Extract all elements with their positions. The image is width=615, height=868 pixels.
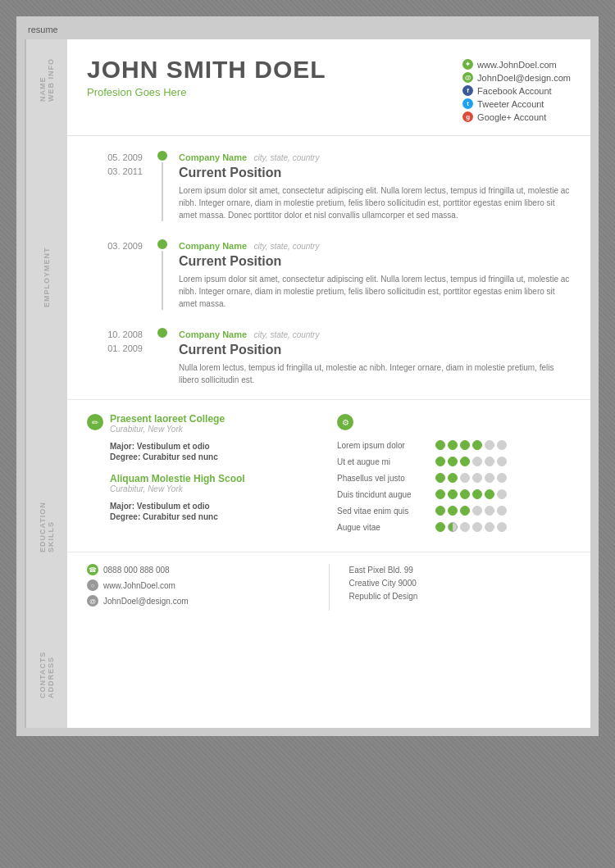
profession: Profesion Goes Here (87, 86, 462, 98)
skill-item-2: Ut et augue mi (337, 457, 571, 466)
skills-icon: ⚙ (337, 414, 353, 430)
job-company-1: Company Name city, state, country (179, 149, 571, 164)
skill-dots-5 (435, 506, 507, 516)
header-section: JOHN SMITH DOEL Profesion Goes Here ✦ ww… (67, 39, 590, 136)
skills-column: ⚙ Lorem ipsum dolor (337, 413, 571, 539)
edu-degree-2: Degree: Curabitur sed nunc (87, 512, 321, 521)
job-position-2: Current Position (179, 254, 571, 269)
header-left: JOHN SMITH DOEL Profesion Goes Here (87, 56, 462, 122)
page-wrapper: resume NAMEWEB INFO EMPLOYMENT EDUCATION… (16, 16, 599, 736)
job-company-2: Company Name city, state, country (179, 238, 571, 252)
job-entry-1: 05. 2009 03. 2011 Company Name city, sta… (87, 149, 571, 221)
pencil-icon: ✏ (87, 414, 103, 430)
edu-entry-2: Aliquam Molestie High Scool Curabitur, N… (87, 473, 321, 521)
globe-icon: ○ (87, 579, 98, 591)
job-dates-2: 03. 2009 (87, 238, 153, 310)
job-timeline-3 (153, 326, 172, 386)
timeline-line-2 (162, 251, 163, 310)
edu-major-1: Major: Vestibulum et odio (87, 442, 321, 451)
web-icon: ✦ (462, 59, 473, 70)
header-contact-list: ✦ www.JohnDoel.com @ JohnDoel@design.com… (462, 59, 571, 122)
job-company-3: Company Name city, state, country (179, 326, 571, 341)
contact-google: g Google+ Account (462, 111, 571, 122)
school-name-1: Praesent laoreet College (110, 413, 225, 425)
google-icon: g (462, 111, 473, 122)
sidebar-name: NAMEWEB INFO (25, 39, 67, 121)
job-details-2: Company Name city, state, country Curren… (172, 238, 571, 310)
sidebar-contacts: CONTACTSADDRESS (25, 621, 67, 728)
website-text: www.JohnDoel.com (477, 60, 557, 70)
facebook-text: Facebook Account (477, 86, 552, 96)
skill-dots-6 (435, 522, 507, 532)
contact-facebook: f Facebook Account (462, 85, 571, 96)
skill-item-3: Phasellus vel justo (337, 473, 571, 483)
education-column: ✏ Praesent laoreet College Curabitur, Ne… (87, 413, 321, 539)
website-line: ○ www.JohnDoel.com (87, 579, 309, 591)
timeline-line-1 (162, 162, 163, 221)
timeline-dot-3 (157, 328, 167, 338)
phone-line: ☎ 0888 000 888 008 (87, 564, 309, 575)
contact-email: @ JohnDoel@design.com (462, 72, 571, 83)
job-position-1: Current Position (179, 166, 571, 180)
edu-entry-1: ✏ Praesent laoreet College Curabitur, Ne… (87, 413, 321, 461)
skill-item-6: Augue vitae (337, 522, 571, 532)
email-text: JohnDoel@design.com (477, 73, 571, 83)
job-details-1: Company Name city, state, country Curren… (172, 149, 571, 221)
address-line3: Republic of Design (349, 590, 572, 603)
email-icon: @ (462, 72, 473, 83)
job-timeline-2 (153, 238, 172, 310)
phone-icon: ☎ (87, 564, 98, 575)
job-dates-1: 05. 2009 03. 2011 (87, 149, 153, 221)
timeline-dot-2 (157, 239, 167, 249)
job-entry-3: 10. 2008 01. 2009 Company Name city, sta… (87, 326, 571, 386)
resume-label: resume (25, 25, 590, 34)
school-name-2: Aliquam Molestie High Scool (110, 473, 245, 484)
edu-header-2: Aliquam Molestie High Scool Curabitur, N… (87, 473, 321, 493)
job-dates-3: 10. 2008 01. 2009 (87, 326, 153, 386)
school-loc-2: Curabitur, New York (110, 484, 245, 493)
sidebar: NAMEWEB INFO EMPLOYMENT EDUCATIONSKILLS … (25, 39, 67, 728)
address-line1: East Pixel Bld. 99 (349, 564, 572, 577)
skill-dots-3 (435, 473, 507, 483)
school-loc-1: Curabitur, New York (110, 425, 225, 434)
employment-section: 05. 2009 03. 2011 Company Name city, sta… (67, 136, 590, 400)
contacts-left: ☎ 0888 000 888 008 ○ www.JohnDoel.com @ … (87, 564, 309, 611)
skill-dots-1 (435, 440, 507, 450)
skill-dots-4 (435, 489, 507, 499)
job-desc-3: Nulla lorem lectus, tempus id fringilla … (179, 361, 571, 386)
edu-header-1: ✏ Praesent laoreet College Curabitur, Ne… (87, 413, 321, 434)
main-content: JOHN SMITH DOEL Profesion Goes Here ✦ ww… (67, 39, 590, 728)
sidebar-employment: EMPLOYMENT (25, 121, 67, 433)
skill-item-5: Sed vitae enim quis (337, 506, 571, 516)
edu-major-2: Major: Vestibulum et odio (87, 502, 321, 511)
job-details-3: Company Name city, state, country Curren… (172, 326, 571, 386)
vertical-divider (329, 564, 330, 611)
job-entry-2: 03. 2009 Company Name city, state, count… (87, 238, 571, 310)
job-desc-1: Lorem ipsum dolor sit amet, consectetur … (179, 184, 571, 221)
twitter-text: Tweeter Account (477, 99, 544, 109)
skill-dots-2 (435, 457, 507, 466)
skill-item-4: Duis tincidunt augue (337, 489, 571, 499)
facebook-icon: f (462, 85, 473, 96)
timeline-dot-1 (157, 151, 167, 161)
resume-container: NAMEWEB INFO EMPLOYMENT EDUCATIONSKILLS … (25, 39, 590, 728)
contacts-section: ☎ 0888 000 888 008 ○ www.JohnDoel.com @ … (67, 552, 590, 622)
email-line: @ JohnDoel@design.com (87, 595, 309, 607)
contact-website: ✦ www.JohnDoel.com (462, 59, 571, 70)
job-position-3: Current Position (179, 343, 571, 357)
full-name: JOHN SMITH DOEL (87, 56, 462, 83)
address-line2: Creative City 9000 (349, 577, 572, 590)
job-timeline-1 (153, 149, 172, 221)
job-desc-2: Lorem ipsum dolor sit amet, consectetur … (179, 273, 571, 310)
skill-item-1: Lorem ipsum dolor (337, 440, 571, 450)
contacts-right: East Pixel Bld. 99 Creative City 9000 Re… (349, 564, 572, 611)
twitter-icon: t (462, 98, 473, 109)
education-skills-section: ✏ Praesent laoreet College Curabitur, Ne… (67, 400, 590, 552)
sidebar-education-skills: EDUCATIONSKILLS (25, 433, 67, 621)
google-text: Google+ Account (477, 112, 546, 122)
contact-twitter: t Tweeter Account (462, 98, 571, 109)
email-small-icon: @ (87, 595, 98, 607)
edu-degree-1: Degree: Curabitur sed nunc (87, 452, 321, 461)
